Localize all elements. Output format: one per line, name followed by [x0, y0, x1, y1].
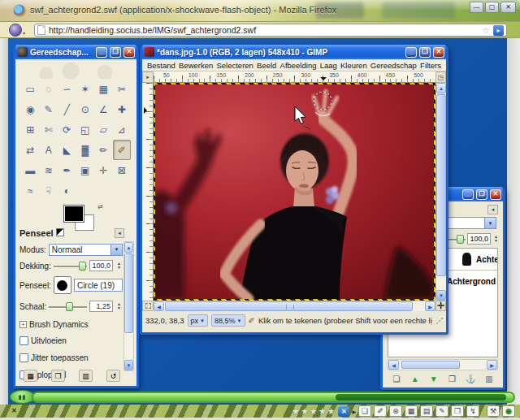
paintbrush-tool[interactable]: ✐	[113, 140, 132, 160]
menu-item[interactable]: Selecteren	[216, 61, 253, 70]
vertical-scrollbar[interactable]: ▲ ▼	[436, 83, 446, 301]
scale-value[interactable]: 1,25	[89, 301, 113, 312]
image-maximize-button[interactable]: ❒	[419, 47, 431, 58]
menu-item[interactable]: Laag	[320, 61, 337, 70]
scale-tool[interactable]: ◱	[76, 119, 95, 140]
scroll-down-icon[interactable]: ▼	[124, 360, 133, 370]
zoom-tool[interactable]: ⊙	[76, 99, 95, 119]
reset-options-button[interactable]: ↺	[106, 370, 120, 382]
swap-colors-icon[interactable]: ⇄	[98, 203, 103, 210]
toolbox-maximize-button[interactable]: ❒	[110, 47, 121, 58]
scroll-right-icon[interactable]: ▶	[487, 360, 497, 370]
delete-options-button[interactable]: ▥	[79, 370, 93, 382]
url-bar[interactable]: http://handleiding.socius.be/IMG/swf_ach…	[34, 24, 507, 37]
scrollbar-thumb[interactable]	[401, 361, 460, 369]
measure-tool[interactable]: ∠	[94, 99, 113, 119]
slider-thumb[interactable]	[79, 262, 86, 271]
globe-button[interactable]: ⊛	[389, 405, 402, 417]
back-button[interactable]	[9, 24, 22, 37]
dodge-burn-tool[interactable]: ◐	[58, 180, 76, 201]
navigation-button[interactable]: ◳	[436, 71, 446, 83]
unit-dropdown[interactable]: px▼	[188, 314, 208, 327]
duplicate-layer-button[interactable]: ❐	[444, 373, 459, 385]
pen-button[interactable]: ✐	[374, 405, 387, 417]
clone-tool[interactable]: ▣	[76, 160, 95, 180]
save-options-button[interactable]: ▦	[24, 370, 37, 382]
text-tool[interactable]: A	[40, 140, 58, 160]
toolbox-minimize-button[interactable]: _	[96, 47, 107, 58]
scroll-left-icon[interactable]: ◀	[154, 301, 164, 311]
resize-grip[interactable]	[436, 317, 443, 324]
lower-layer-button[interactable]: ▼	[427, 373, 441, 385]
layers-minimize-button[interactable]: _	[462, 189, 474, 200]
flip-tool[interactable]: ⇄	[21, 140, 40, 160]
heal-tool[interactable]: ✛	[94, 160, 113, 180]
lightning-button[interactable]: ↯	[466, 405, 479, 417]
shear-tool[interactable]: ▱	[94, 119, 113, 140]
pan-view-button[interactable]: ✛	[436, 301, 446, 311]
ink-tool[interactable]: ✒	[58, 160, 76, 180]
menu-item[interactable]: Bewerken	[179, 61, 213, 70]
perspective-tool[interactable]: ⊿	[113, 119, 132, 140]
rotate-tool[interactable]: ⟳	[58, 119, 76, 140]
checkbox-icon[interactable]	[20, 336, 28, 345]
align-tool[interactable]: ⊞	[21, 119, 40, 140]
scroll-left-icon[interactable]: ◀	[388, 360, 399, 370]
perspective-clone-tool[interactable]: ⊠	[113, 160, 132, 180]
option-checkbox-row[interactable]: Uitvloeien	[20, 334, 123, 347]
brush-name-field[interactable]: Circle (19)	[74, 279, 123, 292]
crop-tool[interactable]: ✄	[40, 119, 58, 140]
edit-button[interactable]: ✎	[436, 405, 448, 417]
menu-item[interactable]: Afbeelding	[280, 61, 317, 70]
minimize-button[interactable]: —	[470, 2, 483, 13]
image-titlebar[interactable]: *dans.jpg-1.0 (RGB, 2 lagen) 548x410 - G…	[142, 45, 446, 59]
move-tool[interactable]: ✚	[113, 99, 132, 119]
foreground-color-swatch[interactable]	[64, 206, 84, 222]
go-button[interactable]: ▸	[493, 25, 504, 36]
menu-item[interactable]: Bestand	[147, 61, 176, 70]
scrollbar-thumb[interactable]	[124, 253, 133, 333]
options-scrollbar[interactable]: ▲ ▼	[124, 241, 134, 371]
scrollbar-thumb[interactable]	[436, 94, 446, 276]
chevron-down-icon[interactable]: ▼	[484, 218, 496, 228]
airbrush-tool[interactable]: ≋	[40, 160, 58, 180]
chevron-down-icon[interactable]: ▼	[110, 245, 122, 255]
rect-select-tool[interactable]: ▭	[21, 79, 40, 99]
brush-dynamics-label[interactable]: Brush Dynamics	[29, 320, 89, 329]
image-close-button[interactable]: ✕	[433, 47, 444, 58]
blur-tool[interactable]: ≈	[21, 180, 40, 201]
scroll-up-icon[interactable]: ▲	[436, 83, 446, 93]
close-mark-icon[interactable]: ✕	[11, 407, 17, 414]
url-text[interactable]: http://handleiding.socius.be/IMG/swf_ach…	[49, 25, 479, 35]
ruler-menu-button[interactable]: ▸	[142, 71, 154, 83]
player-logo-icon[interactable]: ✕	[338, 406, 349, 417]
new-document-button[interactable]: ❏	[358, 405, 371, 417]
seekbar[interactable]	[32, 392, 515, 403]
layers-collapse-button[interactable]: ◂	[488, 205, 498, 214]
spinner-icon[interactable]: ▲▼	[115, 260, 123, 271]
back-dropdown-icon[interactable]: ▾	[23, 30, 25, 36]
print-button[interactable]: ▤	[420, 405, 433, 417]
toolbox-close-button[interactable]: ✕	[124, 47, 135, 58]
menu-item[interactable]: Beeld	[257, 61, 276, 70]
info-button[interactable]: ◉	[502, 405, 515, 417]
scroll-up-icon[interactable]: ▲	[124, 242, 133, 253]
quickmask-button[interactable]	[142, 301, 154, 311]
scrollbar-thumb[interactable]	[165, 301, 413, 311]
scissors-select-tool[interactable]: ✂	[113, 79, 132, 99]
canvas-viewport[interactable]	[154, 83, 436, 301]
folder-button[interactable]: ❐	[451, 405, 464, 417]
opacity-value[interactable]: 100,0	[89, 260, 113, 271]
paths-tool[interactable]: ✎	[40, 99, 58, 119]
layer-name[interactable]: Achtergrond	[447, 277, 496, 286]
restore-options-button[interactable]: ❐	[51, 370, 65, 382]
checkbox-icon[interactable]	[20, 353, 28, 362]
bookmark-star-icon[interactable]: ☆	[482, 26, 490, 35]
options-collapse-button[interactable]: ◂	[115, 228, 124, 238]
delete-layer-button[interactable]: ▥	[482, 373, 496, 385]
slider-thumb[interactable]	[457, 235, 464, 244]
vertical-ruler[interactable]: 050100150200250300350	[142, 83, 154, 301]
opacity-slider[interactable]	[54, 261, 87, 271]
option-checkbox-row[interactable]: Jitter toepassen	[20, 351, 123, 364]
fuzzy-select-tool[interactable]: ✶	[76, 79, 95, 99]
